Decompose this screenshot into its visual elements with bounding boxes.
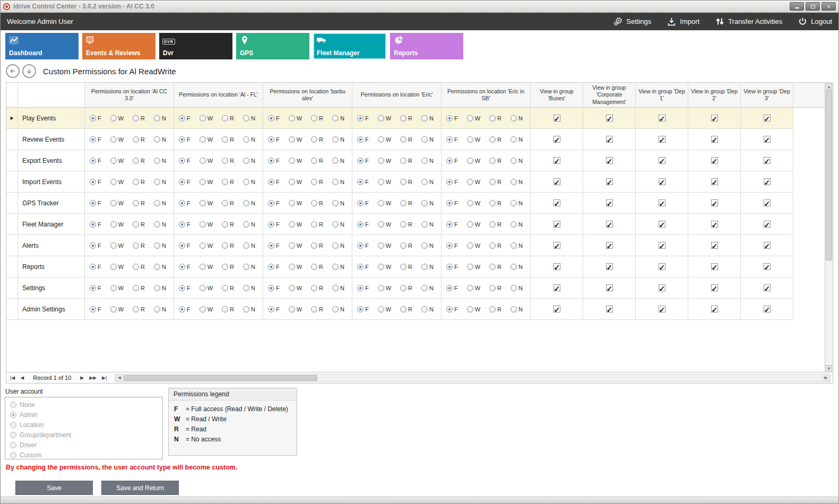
view-in-group-checkbox[interactable]: ✓ bbox=[764, 284, 771, 291]
permission-radio-f[interactable]: F bbox=[179, 264, 191, 270]
permission-radio-w[interactable]: W bbox=[200, 200, 213, 206]
view-in-group-checkbox[interactable]: ✓ bbox=[606, 263, 613, 270]
permission-radio-w[interactable]: W bbox=[200, 221, 213, 228]
permission-radio-f[interactable]: F bbox=[90, 242, 101, 249]
view-in-group-checkbox[interactable]: ✓ bbox=[764, 242, 771, 249]
horizontal-scroll-track[interactable] bbox=[123, 375, 822, 381]
permission-radio-n[interactable]: N bbox=[243, 179, 255, 185]
permission-radio-f[interactable]: F bbox=[90, 264, 101, 270]
view-in-group-checkbox[interactable]: ✓ bbox=[764, 221, 771, 228]
permission-radio-w[interactable]: W bbox=[200, 264, 213, 270]
next-page-button[interactable]: ▶▶ bbox=[88, 376, 98, 380]
permission-radio-w[interactable]: W bbox=[110, 242, 124, 249]
permission-radio-f[interactable]: F bbox=[446, 306, 458, 312]
view-in-group-checkbox[interactable]: ✓ bbox=[764, 199, 771, 206]
permission-radio-w[interactable]: W bbox=[200, 115, 213, 121]
permission-radio-w[interactable]: W bbox=[289, 242, 302, 249]
permission-radio-w[interactable]: W bbox=[289, 200, 302, 206]
permission-radio-n[interactable]: N bbox=[421, 179, 434, 185]
settings-button[interactable]: Settings bbox=[613, 17, 651, 26]
permission-radio-f[interactable]: F bbox=[357, 285, 369, 291]
view-in-group-checkbox[interactable]: ✓ bbox=[553, 157, 560, 164]
permission-radio-r[interactable]: R bbox=[133, 264, 145, 270]
permission-radio-r[interactable]: R bbox=[489, 158, 501, 164]
permission-radio-r[interactable]: R bbox=[133, 179, 145, 185]
permission-radio-f[interactable]: F bbox=[268, 115, 280, 121]
last-record-button[interactable]: ▶| bbox=[100, 376, 108, 380]
permission-radio-w[interactable]: W bbox=[378, 136, 391, 143]
permission-radio-r[interactable]: R bbox=[311, 115, 323, 121]
permission-radio-w[interactable]: W bbox=[110, 136, 124, 143]
permission-radio-n[interactable]: N bbox=[243, 264, 255, 270]
tab-events-reviews[interactable]: Events & Reviews bbox=[82, 33, 155, 59]
permission-radio-f[interactable]: F bbox=[357, 179, 369, 185]
permission-radio-w[interactable]: W bbox=[110, 158, 124, 164]
permission-radio-n[interactable]: N bbox=[421, 136, 434, 143]
permission-radio-w[interactable]: W bbox=[200, 306, 213, 312]
permission-radio-w[interactable]: W bbox=[378, 306, 391, 312]
permission-radio-r[interactable]: R bbox=[133, 158, 145, 164]
permission-radio-n[interactable]: N bbox=[154, 200, 166, 206]
permission-radio-w[interactable]: W bbox=[110, 306, 124, 312]
view-in-group-checkbox[interactable]: ✓ bbox=[553, 263, 560, 270]
view-in-group-checkbox[interactable]: ✓ bbox=[659, 115, 665, 121]
permission-radio-r[interactable]: R bbox=[222, 179, 234, 185]
permission-radio-w[interactable]: W bbox=[467, 200, 480, 206]
collapse-button[interactable] bbox=[22, 64, 36, 78]
permission-radio-r[interactable]: R bbox=[311, 242, 323, 249]
permission-radio-f[interactable]: F bbox=[446, 200, 458, 206]
scroll-left-icon[interactable]: ◀ bbox=[115, 375, 123, 381]
permission-radio-n[interactable]: N bbox=[243, 200, 255, 206]
permission-radio-r[interactable]: R bbox=[222, 285, 234, 291]
view-in-group-checkbox[interactable]: ✓ bbox=[764, 178, 771, 185]
permission-radio-w[interactable]: W bbox=[110, 221, 124, 228]
permission-radio-n[interactable]: N bbox=[421, 306, 434, 312]
view-in-group-checkbox[interactable]: ✓ bbox=[606, 199, 613, 206]
permission-radio-r[interactable]: R bbox=[489, 221, 501, 228]
view-in-group-checkbox[interactable]: ✓ bbox=[606, 115, 613, 121]
permission-radio-n[interactable]: N bbox=[511, 285, 523, 291]
permission-radio-f[interactable]: F bbox=[446, 242, 458, 249]
permission-radio-r[interactable]: R bbox=[311, 179, 323, 185]
view-in-group-checkbox[interactable]: ✓ bbox=[711, 157, 718, 164]
permission-radio-w[interactable]: W bbox=[110, 285, 124, 291]
permission-radio-r[interactable]: R bbox=[133, 221, 145, 228]
view-in-group-checkbox[interactable]: ✓ bbox=[659, 221, 665, 228]
previous-record-button[interactable]: ◀ bbox=[19, 376, 25, 380]
permission-radio-n[interactable]: N bbox=[421, 242, 434, 249]
view-in-group-checkbox[interactable]: ✓ bbox=[553, 136, 560, 143]
permission-radio-r[interactable]: R bbox=[400, 136, 412, 143]
next-record-button[interactable]: ▶ bbox=[79, 376, 85, 380]
permission-radio-r[interactable]: R bbox=[311, 221, 323, 228]
horizontal-scrollbar[interactable]: ◀ ▶ bbox=[115, 374, 831, 382]
save-and-return-button[interactable]: Save and Return bbox=[101, 481, 179, 495]
permission-radio-r[interactable]: R bbox=[222, 115, 234, 121]
permission-radio-n[interactable]: N bbox=[332, 221, 344, 228]
permission-radio-n[interactable]: N bbox=[511, 306, 523, 312]
view-in-group-checkbox[interactable]: ✓ bbox=[711, 284, 718, 291]
permission-radio-f[interactable]: F bbox=[268, 179, 280, 185]
permission-radio-n[interactable]: N bbox=[332, 158, 344, 164]
permission-radio-r[interactable]: R bbox=[311, 200, 323, 206]
view-in-group-checkbox[interactable]: ✓ bbox=[553, 306, 560, 312]
permission-radio-f[interactable]: F bbox=[90, 285, 101, 291]
permission-radio-f[interactable]: F bbox=[357, 158, 369, 164]
view-in-group-checkbox[interactable]: ✓ bbox=[553, 178, 560, 185]
permission-radio-f[interactable]: F bbox=[179, 158, 191, 164]
view-in-group-checkbox[interactable]: ✓ bbox=[606, 157, 613, 164]
permission-radio-r[interactable]: R bbox=[222, 264, 234, 270]
permission-radio-r[interactable]: R bbox=[400, 200, 412, 206]
permission-radio-f[interactable]: F bbox=[357, 264, 369, 270]
permission-radio-w[interactable]: W bbox=[378, 221, 391, 228]
permission-radio-f[interactable]: F bbox=[446, 221, 458, 228]
scroll-right-icon[interactable]: ▶ bbox=[822, 375, 830, 381]
permission-radio-f[interactable]: F bbox=[179, 306, 191, 312]
permission-radio-f[interactable]: F bbox=[268, 242, 280, 249]
first-record-button[interactable]: |◀ bbox=[8, 376, 16, 380]
permission-radio-w[interactable]: W bbox=[200, 136, 213, 143]
view-in-group-checkbox[interactable]: ✓ bbox=[764, 136, 771, 143]
permission-radio-f[interactable]: F bbox=[90, 200, 101, 206]
permission-radio-r[interactable]: R bbox=[311, 306, 323, 312]
permission-radio-w[interactable]: W bbox=[378, 285, 391, 291]
view-in-group-checkbox[interactable]: ✓ bbox=[764, 157, 771, 164]
